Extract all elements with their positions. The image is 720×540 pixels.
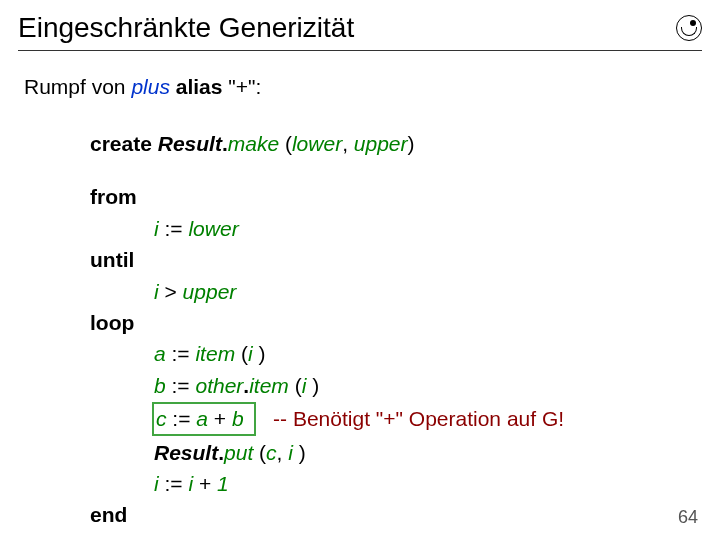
page-number: 64 — [678, 507, 698, 528]
line-a-item: a := item (i ) — [154, 339, 702, 368]
i4: i — [302, 374, 313, 397]
upper: upper — [183, 280, 237, 303]
make: make — [228, 132, 285, 155]
lower: lower — [188, 217, 238, 240]
kw-from: from — [90, 182, 702, 211]
a5: a — [196, 407, 214, 430]
i6: i — [288, 441, 299, 464]
assign7: := — [165, 472, 189, 495]
arg-lower: lower — [292, 132, 342, 155]
var-b: b — [154, 374, 172, 397]
i7: i — [154, 472, 165, 495]
arg-upper: upper — [354, 132, 408, 155]
line-i-lower: i := lower — [154, 214, 702, 243]
p4c: ) — [312, 374, 319, 397]
kw-until: until — [90, 245, 702, 274]
assign3: := — [172, 342, 196, 365]
var-i: i — [154, 217, 165, 240]
assign: := — [165, 217, 189, 240]
logo-icon — [676, 15, 702, 41]
intro-suffix: "+": — [228, 75, 261, 98]
intro-prefix: Rumpf von — [24, 75, 131, 98]
c6: c — [266, 441, 277, 464]
result: Result — [158, 132, 222, 155]
kw-create: create — [90, 132, 158, 155]
highlight-box: c := a + b — [152, 402, 256, 435]
var-a: a — [154, 342, 172, 365]
comma: , — [342, 132, 354, 155]
create-line: create Result.make (lower, upper) — [90, 129, 702, 158]
p4o: ( — [295, 374, 302, 397]
one: 1 — [217, 472, 229, 495]
p3o: ( — [241, 342, 248, 365]
i7b: i — [188, 472, 199, 495]
comment: -- Benötigt "+" Operation auf G! — [273, 407, 564, 430]
assign4: := — [172, 374, 196, 397]
p6c: ) — [299, 441, 306, 464]
slide: Eingeschränkte Generizität Rumpf von plu… — [0, 0, 720, 540]
var-c: c — [156, 407, 172, 430]
result6: Result — [154, 441, 218, 464]
kw-end: end — [90, 500, 702, 529]
slide-title: Eingeschränkte Generizität — [18, 12, 354, 44]
intro-line: Rumpf von plus alias "+": — [24, 75, 702, 99]
other: other — [195, 374, 243, 397]
plus7: + — [199, 472, 217, 495]
code-block: create Result.make (lower, upper) from i… — [90, 129, 702, 530]
line-result-put: Result.put (c, i ) — [154, 438, 702, 467]
paren-open: ( — [285, 132, 292, 155]
b5: b — [232, 407, 244, 430]
title-bar: Eingeschränkte Generizität — [18, 12, 702, 51]
item3: item — [195, 342, 241, 365]
kw-loop: loop — [90, 308, 702, 337]
gt: > — [165, 280, 183, 303]
var-i2: i — [154, 280, 165, 303]
line-c-add: c := a + b -- Benötigt "+" Operation auf… — [154, 402, 702, 435]
intro-alias: alias — [176, 75, 229, 98]
p3c: ) — [258, 342, 265, 365]
comma6: , — [277, 441, 289, 464]
line-i-inc: i := i + 1 — [154, 469, 702, 498]
paren-close: ) — [408, 132, 415, 155]
put: put — [224, 441, 259, 464]
p6o: ( — [259, 441, 266, 464]
line-b-other: b := other.item (i ) — [154, 371, 702, 400]
line-i-upper: i > upper — [154, 277, 702, 306]
item4: item — [249, 374, 295, 397]
intro-ident: plus — [131, 75, 175, 98]
assign5: := — [172, 407, 196, 430]
plus5: + — [214, 407, 232, 430]
i3: i — [248, 342, 259, 365]
